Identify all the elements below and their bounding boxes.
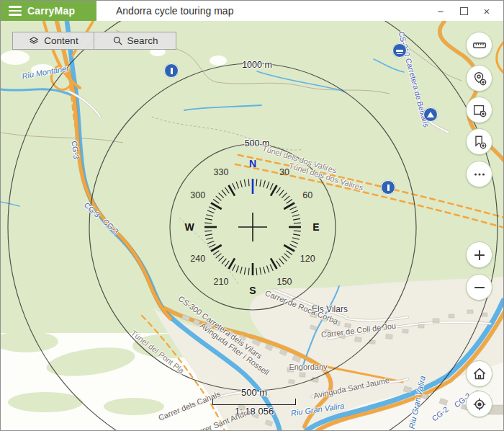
home-button[interactable] (466, 360, 492, 387)
more-tools-button[interactable] (466, 161, 492, 187)
map-viewport[interactable]: 500 m1000 mN3060E120150S210240W300330Riu… (1, 21, 503, 431)
locate-icon (472, 396, 487, 412)
plus-icon (472, 247, 487, 263)
zoom-out-button[interactable] (466, 274, 492, 301)
shelter-poi-icon[interactable] (423, 107, 438, 122)
window-controls: − × (431, 1, 503, 21)
add-bookmark-button[interactable] (466, 128, 492, 155)
monument-poi-icon[interactable] (164, 63, 179, 78)
zoom-in-button[interactable] (466, 241, 492, 268)
search-button[interactable]: Search (94, 32, 176, 50)
pin-plus-icon (472, 71, 487, 86)
picnic-area-glyph (396, 50, 403, 52)
add-note-button[interactable] (466, 97, 492, 123)
magnifier-icon (112, 35, 123, 46)
scale-bracket (212, 399, 296, 405)
bookmark-plus-icon (472, 134, 487, 150)
panel-buttons: Content Search (12, 32, 176, 50)
home-icon (472, 366, 487, 382)
ruler-icon (472, 37, 487, 53)
content-button-label: Content (44, 35, 78, 46)
measure-tool-button[interactable] (466, 32, 492, 58)
layers-icon (28, 35, 40, 47)
my-location-button[interactable] (466, 391, 492, 417)
shelter-glyph (427, 112, 434, 117)
scale-bar: 500 m 1: 18 056 (211, 387, 297, 417)
ellipsis-icon (472, 166, 487, 182)
scale-distance: 500 m (211, 387, 297, 398)
monument-glyph (171, 68, 173, 74)
picnic-area-poi-icon[interactable] (392, 43, 407, 58)
minus-icon (472, 280, 487, 296)
content-button[interactable]: Content (12, 32, 94, 50)
carrymap-window: 500 m1000 mN3060E120150S210240W300330Riu… (0, 0, 504, 431)
close-icon: × (484, 5, 490, 17)
maximize-icon (460, 7, 468, 15)
title-bar: CarryMap Andorra cycle touring map − × (1, 1, 503, 21)
document-title: Andorra cycle touring map (96, 1, 431, 21)
menu-icon[interactable] (9, 6, 22, 16)
scale-ratio: 1: 18 056 (211, 406, 297, 417)
add-placemark-button[interactable] (466, 65, 492, 92)
map-canvas (1, 1, 504, 431)
monument-glyph (387, 185, 390, 191)
app-brand: CarryMap (1, 1, 96, 21)
minimize-icon: − (438, 5, 444, 17)
minimize-button[interactable]: − (431, 3, 450, 19)
note-plus-icon (472, 102, 487, 118)
app-name: CarryMap (27, 5, 75, 17)
search-button-label: Search (127, 35, 158, 46)
close-button[interactable]: × (477, 3, 496, 19)
maximize-button[interactable] (454, 3, 473, 19)
monument-poi-icon[interactable] (381, 180, 395, 195)
